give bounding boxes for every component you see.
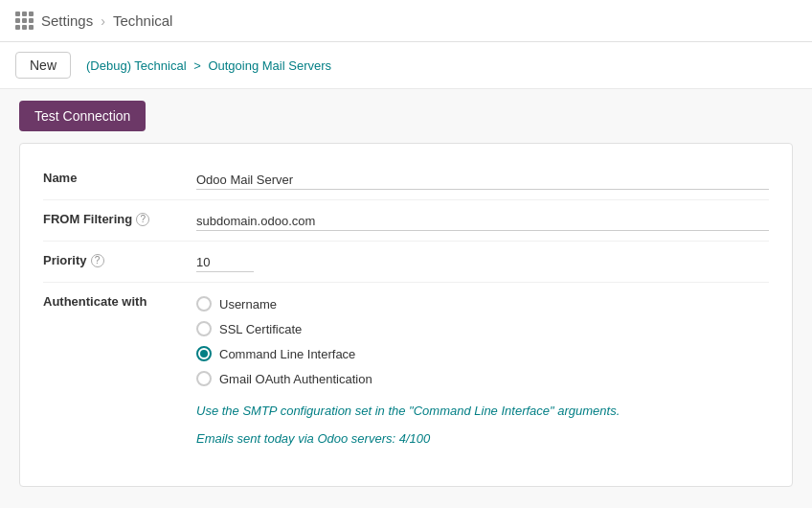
- from-filtering-help-icon[interactable]: ?: [136, 213, 149, 226]
- priority-input[interactable]: [196, 253, 254, 272]
- emails-info-text: Emails sent today via Odoo servers: 4/10…: [196, 429, 769, 450]
- nav-settings-label[interactable]: Settings: [41, 12, 93, 29]
- priority-value[interactable]: [196, 251, 769, 272]
- test-connection-button[interactable]: Test Connection: [19, 101, 146, 131]
- info-section: Use the SMTP configuration set in the "C…: [196, 402, 769, 453]
- name-label: Name: [43, 169, 196, 185]
- priority-help-icon[interactable]: ?: [91, 254, 104, 267]
- radio-label-ssl: SSL Certificate: [219, 322, 302, 336]
- new-button[interactable]: New: [15, 52, 71, 79]
- radio-circle-gmail: [196, 371, 212, 386]
- radio-group: Username SSL Certificate Command Line In…: [196, 294, 769, 386]
- nav-technical-label[interactable]: Technical: [113, 12, 173, 29]
- breadcrumb: (Debug) Technical > Outgoing Mail Server…: [86, 58, 331, 73]
- top-nav: Settings › Technical: [0, 0, 812, 42]
- radio-label-username: Username: [219, 297, 277, 312]
- form-row-name: Name: [43, 159, 769, 200]
- auth-options: Username SSL Certificate Command Line In…: [196, 292, 769, 453]
- radio-gmail[interactable]: Gmail OAuth Authentication: [196, 371, 769, 386]
- form-row-priority: Priority ?: [43, 242, 769, 283]
- form-row-authenticate: Authenticate with Username SSL Certifica…: [43, 283, 769, 463]
- sub-header: New (Debug) Technical > Outgoing Mail Se…: [0, 42, 812, 89]
- radio-label-cli: Command Line Interface: [219, 347, 355, 361]
- apps-icon[interactable]: [15, 12, 34, 30]
- toolbar: Test Connection: [0, 89, 812, 143]
- radio-circle-ssl: [196, 321, 212, 336]
- nav-separator: ›: [101, 13, 105, 29]
- radio-username[interactable]: Username: [196, 296, 769, 312]
- radio-cli[interactable]: Command Line Interface: [196, 346, 769, 361]
- from-filtering-label: FROM Filtering ?: [43, 210, 196, 226]
- radio-label-gmail: Gmail OAuth Authentication: [219, 372, 372, 386]
- name-input[interactable]: [196, 171, 769, 190]
- smtp-info-text: Use the SMTP configuration set in the "C…: [196, 402, 769, 422]
- breadcrumb-debug: (Debug) Technical: [86, 58, 187, 73]
- radio-ssl[interactable]: SSL Certificate: [196, 321, 769, 336]
- form-card: Name FROM Filtering ? Priority ? Authent…: [19, 143, 793, 487]
- priority-label: Priority ?: [43, 251, 196, 267]
- form-row-from-filtering: FROM Filtering ?: [43, 200, 769, 242]
- breadcrumb-separator: >: [193, 58, 201, 73]
- authenticate-label: Authenticate with: [43, 292, 196, 309]
- breadcrumb-current: Outgoing Mail Servers: [208, 58, 331, 73]
- name-value[interactable]: [196, 169, 769, 190]
- radio-circle-cli: [196, 346, 212, 361]
- from-filtering-value[interactable]: [196, 210, 769, 231]
- radio-circle-username: [196, 296, 212, 312]
- from-filtering-input[interactable]: [196, 212, 769, 231]
